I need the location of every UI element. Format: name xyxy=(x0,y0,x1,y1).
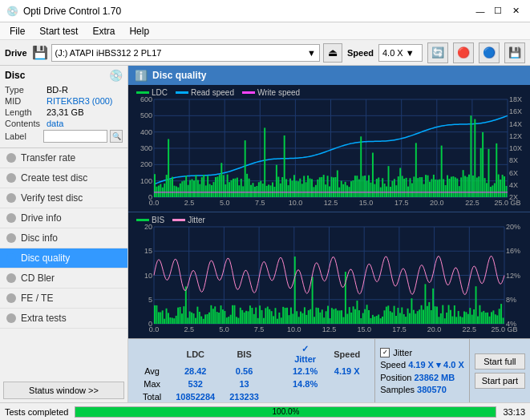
eject-button[interactable]: ⏏ xyxy=(323,43,342,63)
legend-ldc-label: LDC xyxy=(152,88,168,97)
jitter-label: Jitter xyxy=(393,348,412,357)
stats-total-label: Total xyxy=(136,391,168,402)
status-bar: Tests completed 100.0% 33:13 xyxy=(0,402,530,420)
legend-bis: BIS xyxy=(136,216,164,224)
nav-drive-info[interactable]: Drive info xyxy=(0,208,127,228)
nav-dot-disc-info xyxy=(6,233,16,243)
legend-bis-label: BIS xyxy=(152,216,164,224)
title-bar: 💿 Opti Drive Control 1.70 — ☐ ✕ xyxy=(0,0,530,22)
nav-dot-transfer-rate xyxy=(6,153,16,163)
stats-header-space xyxy=(267,344,283,364)
nav-disc-info[interactable]: Disc info xyxy=(0,228,127,248)
samples-row: Samples 380570 xyxy=(380,385,464,394)
nav-dot-extra-tests xyxy=(6,313,16,323)
progress-container: 100.0% xyxy=(75,406,496,418)
menu-extra[interactable]: Extra xyxy=(86,24,121,38)
save-button[interactable]: 💾 xyxy=(504,42,525,63)
nav-label-disc-quality: Disc quality xyxy=(21,252,70,264)
speed-stat-select[interactable]: ▾ 4.0 X xyxy=(436,360,464,370)
menu-help[interactable]: Help xyxy=(123,24,156,38)
maximize-button[interactable]: ☐ xyxy=(490,3,506,19)
jitter-check-row: ✓ Jitter xyxy=(380,348,464,357)
mid-label: MID xyxy=(5,96,47,106)
stats-avg-label: Avg xyxy=(136,365,168,377)
settings-button[interactable]: 🔴 xyxy=(453,42,474,63)
title-bar-controls: — ☐ ✕ xyxy=(472,3,524,19)
stats-max-empty xyxy=(267,378,283,390)
nav-dot-create-test xyxy=(6,173,16,183)
stats-avg-bis: 0.56 xyxy=(223,365,265,377)
refresh-button[interactable]: 🔄 xyxy=(427,42,448,63)
stats-max-bis: 13 xyxy=(223,378,265,390)
disc-quality-header: ℹ️ Disc quality xyxy=(128,66,530,85)
progress-text: 100.0% xyxy=(75,407,496,417)
nav-verify-test-disc[interactable]: Verify test disc xyxy=(0,188,127,208)
stats-header-speed: Speed xyxy=(327,344,366,364)
nav-label-extra-tests: Extra tests xyxy=(21,313,67,324)
stats-row-total: Total 10852284 213233 xyxy=(136,391,366,402)
nav-label-transfer-rate: Transfer rate xyxy=(21,152,75,164)
nav-transfer-rate[interactable]: Transfer rate xyxy=(0,148,127,168)
stats-total-ldc: 10852284 xyxy=(169,391,221,402)
nav-dot-verify-test xyxy=(6,193,16,203)
nav-dot-cd-bler xyxy=(6,273,16,283)
speed-select[interactable]: 4.0 X ▼ xyxy=(378,44,423,62)
status-window-label: Status window >> xyxy=(29,386,99,395)
legend-bis-color xyxy=(136,219,149,221)
samples-label: Samples xyxy=(380,385,415,394)
legend-write-label: Write speed xyxy=(257,88,300,97)
contents-label: Contents xyxy=(5,119,47,128)
stats-avg-empty xyxy=(267,365,283,377)
menu-file[interactable]: File xyxy=(3,24,31,38)
chart-top-legend: LDC Read speed Write speed xyxy=(136,88,300,97)
nav-fe-te[interactable]: FE / TE xyxy=(0,289,127,309)
length-value: 23,31 GB xyxy=(47,107,83,117)
drive-bar: Drive 💾 (J:) ATAPI iHBS312 2 PL17 ▼ ⏏ Sp… xyxy=(0,40,530,66)
stats-max-ldc: 532 xyxy=(169,378,221,390)
test-button[interactable]: 🔵 xyxy=(479,42,500,63)
menu-start-test[interactable]: Start test xyxy=(33,24,84,38)
stats-header-ldc: LDC xyxy=(169,344,221,364)
speed-stat-label: Speed xyxy=(380,360,406,370)
nav-label-cd-bler: CD Bler xyxy=(21,273,55,284)
nav-label-fe-te: FE / TE xyxy=(21,293,53,304)
type-label: Type xyxy=(5,85,47,95)
nav-disc-quality[interactable]: Disc quality xyxy=(0,248,127,269)
stats-avg-speed: 4.19 X xyxy=(327,365,366,377)
stats-max-speed-empty xyxy=(327,378,366,390)
length-label: Length xyxy=(5,107,47,117)
nav-dot-disc-quality xyxy=(6,253,16,263)
legend-read-label: Read speed xyxy=(191,88,234,97)
legend-write: Write speed xyxy=(242,88,300,97)
disc-info-panel: Disc 💿 Type BD-R MID RITEKBR3 (000) Leng… xyxy=(0,66,127,148)
nav-extra-tests[interactable]: Extra tests xyxy=(0,309,127,329)
chart-top: LDC Read speed Write speed xyxy=(128,85,530,212)
right-panel: ℹ️ Disc quality LDC Read speed xyxy=(128,66,530,402)
stats-table: LDC BIS ✓ Jitter Speed Avg 28.42 0.56 xyxy=(135,342,368,402)
drive-label: Drive xyxy=(5,48,27,58)
stats-left: LDC BIS ✓ Jitter Speed Avg 28.42 0.56 xyxy=(128,339,374,402)
contents-value[interactable]: data xyxy=(47,119,63,128)
legend-jitter-label: Jitter xyxy=(188,216,205,224)
main-layout: Disc 💿 Type BD-R MID RITEKBR3 (000) Leng… xyxy=(0,66,530,402)
stats-total-empty xyxy=(267,391,283,402)
status-window-button[interactable]: Status window >> xyxy=(3,382,124,399)
close-button[interactable]: ✕ xyxy=(508,3,524,19)
speed-stat-value: 4.19 X xyxy=(408,360,434,370)
drive-select[interactable]: (J:) ATAPI iHBS312 2 PL17 ▼ xyxy=(51,44,320,62)
nav-create-test-disc[interactable]: Create test disc xyxy=(0,168,127,188)
label-search-button[interactable]: 🔍 xyxy=(110,130,123,143)
minimize-button[interactable]: — xyxy=(472,3,488,19)
nav-cd-bler[interactable]: CD Bler xyxy=(0,269,127,289)
nav-label-create-test: Create test disc xyxy=(21,172,87,184)
label-input[interactable] xyxy=(43,130,107,143)
disc-quality-title: Disc quality xyxy=(152,70,206,81)
stats-header-bis: BIS xyxy=(223,344,265,364)
start-full-button[interactable]: Start full xyxy=(475,353,525,370)
jitter-checkbox[interactable]: ✓ xyxy=(380,348,390,357)
speed-dropdown-arrow: ▼ xyxy=(406,48,415,58)
legend-read: Read speed xyxy=(176,88,234,97)
start-part-button[interactable]: Start part xyxy=(475,373,525,389)
nav-label-verify-test: Verify test disc xyxy=(21,192,83,204)
legend-ldc: LDC xyxy=(136,88,168,97)
